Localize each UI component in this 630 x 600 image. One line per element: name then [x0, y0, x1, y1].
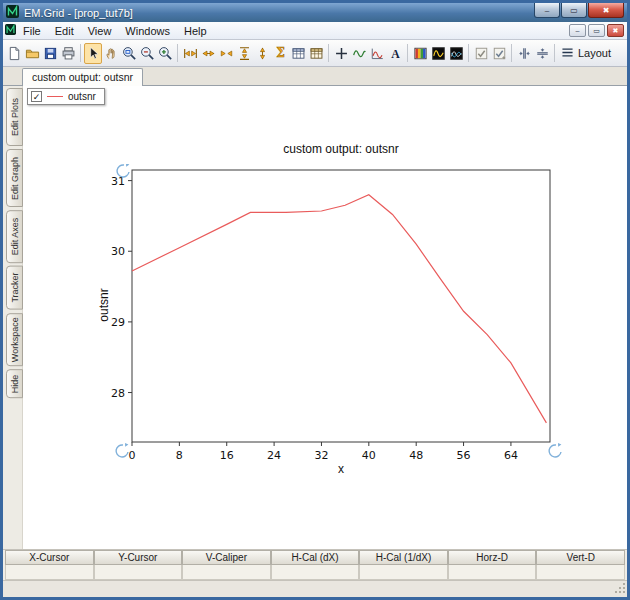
app-window: EM.Grid - [prop_tut7b] – ▭ ✖ FileEditVie…: [0, 0, 630, 600]
split-vertical-button[interactable]: [533, 43, 551, 64]
save-button[interactable]: [41, 43, 59, 64]
open-button[interactable]: [23, 43, 41, 64]
child-close-button[interactable]: ✖: [607, 24, 624, 37]
toolbar-separator: [328, 44, 329, 62]
pan-button[interactable]: [102, 43, 120, 64]
crosshair-button[interactable]: [332, 43, 350, 64]
svg-text:29: 29: [111, 316, 125, 329]
text-annotation-button[interactable]: A: [386, 43, 404, 64]
svg-text:A: A: [391, 47, 400, 60]
svg-text:64: 64: [504, 449, 518, 462]
readout-header-v-caliper: V-Caliper: [182, 550, 271, 565]
toolbar-separator: [177, 44, 178, 62]
fit-vertical-button[interactable]: [235, 43, 253, 64]
main-area: Edit PlotsEdit GraphEdit AxesTrackerWork…: [3, 86, 627, 549]
svg-text:56: 56: [457, 449, 471, 462]
svg-text:16: 16: [220, 449, 234, 462]
restore-button[interactable]: ▭: [561, 3, 587, 18]
x-axis-label: x: [132, 462, 550, 476]
print-button[interactable]: [59, 43, 77, 64]
readout-value-1: [94, 565, 183, 580]
plot-curve-button[interactable]: [368, 43, 386, 64]
svg-text:30: 30: [111, 245, 125, 258]
option-toggle-button[interactable]: [472, 43, 490, 64]
legend-label: outsnr: [68, 91, 96, 102]
child-restore-button[interactable]: ▭: [588, 24, 605, 37]
minimize-button[interactable]: –: [534, 3, 560, 18]
side-tab-edit-axes[interactable]: Edit Axes: [6, 210, 23, 263]
data-table-button[interactable]: [289, 43, 307, 64]
side-tab-edit-graph[interactable]: Edit Graph: [6, 149, 23, 207]
svg-text:32: 32: [314, 449, 328, 462]
zoom-out-button[interactable]: [138, 43, 156, 64]
trace-button[interactable]: [350, 43, 368, 64]
chart-title: custom output: outsnr: [132, 142, 550, 156]
option-toggle-2-button[interactable]: [490, 43, 508, 64]
document-icon: [5, 24, 16, 37]
plot-legend[interactable]: ✓ outsnr: [27, 88, 105, 105]
menubar: FileEditViewWindowsHelp – ▭ ✖: [3, 22, 627, 40]
menu-help[interactable]: Help: [177, 24, 214, 38]
toolbar-buttons: ΣA: [5, 43, 558, 64]
readout-value-6: [536, 565, 625, 580]
legend-checkbox[interactable]: ✓: [31, 91, 42, 102]
figure-area: ✓ outsnr custom output: outsnr outsnr 08…: [23, 86, 627, 549]
readout-header-x-cursor: X-Cursor: [5, 550, 94, 565]
layout-icon: [560, 45, 575, 62]
menu-file[interactable]: File: [16, 24, 48, 38]
readout-header-horz-d: Horz-D: [448, 550, 537, 565]
shrink-horizontal-button[interactable]: [217, 43, 235, 64]
side-tab-rail: Edit PlotsEdit GraphEdit AxesTrackerWork…: [3, 86, 23, 549]
child-minimize-button[interactable]: –: [569, 24, 586, 37]
side-tab-tracker[interactable]: Tracker: [6, 266, 23, 310]
statusbar: [3, 580, 627, 597]
expand-horizontal-button[interactable]: [199, 43, 217, 64]
data-table-2-button[interactable]: [307, 43, 325, 64]
tab-custom-output[interactable]: custom output: outsnr: [22, 68, 143, 86]
titlebar[interactable]: EM.Grid - [prop_tut7b] – ▭ ✖: [3, 3, 627, 22]
fit-horizontal-button[interactable]: [181, 43, 199, 64]
side-tab-edit-plots[interactable]: Edit Plots: [6, 88, 23, 146]
menu-windows[interactable]: Windows: [118, 24, 177, 38]
select-button[interactable]: [84, 43, 102, 64]
toolbar-separator: [468, 44, 469, 62]
readout-value-0: [5, 565, 94, 580]
plot-canvas[interactable]: 081624324048566428293031: [90, 164, 570, 484]
readout-value-3: [271, 565, 360, 580]
plot-area: custom output: outsnr outsnr 08162432404…: [90, 142, 580, 502]
toolbar-separator: [407, 44, 408, 62]
toolbar: ΣA Layout: [3, 40, 627, 67]
expand-vertical-button[interactable]: [253, 43, 271, 64]
svg-text:8: 8: [176, 449, 183, 462]
waveform-dark-2-button[interactable]: [447, 43, 465, 64]
close-button[interactable]: ✖: [588, 3, 624, 18]
toolbar-separator: [80, 44, 81, 62]
tabstrip: custom output: outsnr: [3, 67, 627, 86]
window-controls: – ▭ ✖: [534, 3, 624, 18]
waveform-dark-button[interactable]: [429, 43, 447, 64]
side-tab-workspace[interactable]: Workspace: [6, 313, 23, 366]
svg-text:48: 48: [409, 449, 423, 462]
new-button[interactable]: [5, 43, 23, 64]
readout-header-h-cal-dx: H-Cal (dX): [271, 550, 360, 565]
side-tab-hide[interactable]: Hide: [6, 369, 23, 398]
window-title: EM.Grid - [prop_tut7b]: [24, 7, 133, 19]
zoom-in-button[interactable]: [156, 43, 174, 64]
readout-value-5: [448, 565, 537, 580]
readout-value-2: [182, 565, 271, 580]
sum-button[interactable]: Σ: [271, 43, 289, 64]
resize-grip[interactable]: [614, 582, 626, 596]
svg-text:24: 24: [267, 449, 281, 462]
app-icon: [6, 5, 19, 20]
readout-value-4: [359, 565, 448, 580]
svg-text:40: 40: [362, 449, 376, 462]
split-horizontal-button[interactable]: [515, 43, 533, 64]
menu-view[interactable]: View: [81, 24, 119, 38]
menu-edit[interactable]: Edit: [48, 24, 81, 38]
colormap-button[interactable]: [411, 43, 429, 64]
svg-text:28: 28: [111, 387, 125, 400]
zoom-window-button[interactable]: [120, 43, 138, 64]
cursor-readout-table: X-CursorY-CursorV-CaliperH-Cal (dX)H-Cal…: [3, 549, 627, 580]
layout-control[interactable]: Layout: [560, 45, 611, 62]
toolbar-separator: [554, 44, 555, 62]
